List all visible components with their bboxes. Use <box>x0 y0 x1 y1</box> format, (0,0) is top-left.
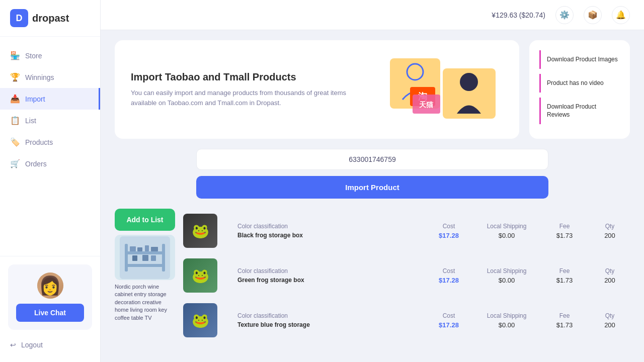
logout-icon: ↩ <box>10 341 16 349</box>
shipping-value-1: $0.00 <box>474 232 539 239</box>
shipping-header-3: Local Shipping <box>474 312 539 319</box>
shipping-header-2: Local Shipping <box>474 267 539 275</box>
svg-rect-7 <box>125 251 165 254</box>
qty-value-3: 200 <box>590 321 630 329</box>
svg-rect-8 <box>125 264 165 267</box>
side-panel-reviews-label: Download Product Reviews <box>547 103 620 120</box>
svg-rect-15 <box>132 255 137 261</box>
variant-image-2: 🐸 <box>183 258 217 293</box>
side-panel-item-images[interactable]: Download Product Images <box>539 50 620 69</box>
sidebar-item-winnings[interactable]: 🏆 Winnings <box>0 66 100 88</box>
product-title: Nordic porch wine cabinet entry storage … <box>115 283 175 322</box>
qty-cell-1: Qty 200 <box>590 223 630 239</box>
sidebar-item-list-label: List <box>25 117 36 125</box>
shipping-cell-2: Local Shipping $0.00 <box>474 267 539 284</box>
cost-cell-2: Cost $17.28 <box>424 267 474 284</box>
side-panel-item-video[interactable]: Product has no video <box>539 74 620 93</box>
avatar-image <box>37 273 63 299</box>
search-input-wrapper <box>196 149 548 170</box>
variant-info-1: Color classification Black frog storage … <box>233 223 424 239</box>
products-icon: 🏷️ <box>10 137 19 147</box>
table-row: 🐸 Color classification Black frog storag… <box>183 209 630 253</box>
variant-col-header-3: Color classification <box>237 312 424 319</box>
table-row: 🐸 Color classification Texture blue frog… <box>183 298 630 342</box>
settings-icon[interactable]: ⚙️ <box>555 6 574 24</box>
box-icon[interactable]: 📦 <box>584 6 602 24</box>
import-icon: 📥 <box>10 94 19 104</box>
add-to-list-button[interactable]: Add to List <box>115 209 175 231</box>
svg-rect-14 <box>151 247 158 251</box>
shipping-cell-1: Local Shipping $0.00 <box>474 223 539 239</box>
svg-rect-17 <box>151 255 156 261</box>
fee-cell-1: Fee $1.73 <box>539 223 590 239</box>
sidebar-item-products[interactable]: 🏷️ Products <box>0 131 100 153</box>
qty-header-2: Qty <box>590 267 630 275</box>
logout-button[interactable]: ↩ Logout <box>8 336 92 354</box>
banner-title: Import Taobao and Tmall Products <box>131 71 372 83</box>
sidebar-item-store-label: Store <box>25 52 42 60</box>
header: ¥129.63 ($20.74) ⚙️ 📦 🔔 <box>101 0 644 30</box>
shipping-value-2: $0.00 <box>474 277 539 284</box>
side-panel-item-reviews[interactable]: Download Product Reviews <box>539 98 620 125</box>
svg-rect-9 <box>125 244 128 272</box>
bell-icon[interactable]: 🔔 <box>612 6 630 24</box>
side-panel-images-label: Download Product Images <box>547 55 618 64</box>
fee-header-2: Fee <box>539 267 590 275</box>
avatar <box>37 273 63 299</box>
sidebar-item-store[interactable]: 🏪 Store <box>0 45 100 66</box>
banner-text: Import Taobao and Tmall Products You can… <box>131 71 372 108</box>
svg-rect-13 <box>145 245 149 251</box>
list-icon: 📋 <box>10 116 19 125</box>
variant-image-1: 🐸 <box>183 214 217 248</box>
sidebar-logo: D dropast <box>0 0 100 37</box>
banner-description: You can easily import and manage product… <box>131 88 372 108</box>
qty-cell-3: Qty 200 <box>590 312 630 329</box>
qty-value-2: 200 <box>590 277 630 284</box>
svg-text:天猫: 天猫 <box>419 101 434 109</box>
qty-header-1: Qty <box>590 223 630 230</box>
fee-header-1: Fee <box>539 223 590 230</box>
sidebar-bottom: Live Chat ↩ Logout <box>0 256 100 362</box>
variants-table: 🐸 Color classification Black frog storag… <box>183 209 630 342</box>
shipping-value-3: $0.00 <box>474 321 539 329</box>
sidebar-nav: 🏪 Store 🏆 Winnings 📥 Import 📋 List 🏷️ Pr… <box>0 37 100 256</box>
sidebar-item-orders[interactable]: 🛒 Orders <box>0 153 100 174</box>
content-area: Import Taobao and Tmall Products You can… <box>101 30 644 362</box>
fee-value-2: $1.73 <box>539 277 590 284</box>
logout-label: Logout <box>21 341 43 349</box>
sidebar-item-list[interactable]: 📋 List <box>0 110 100 131</box>
fee-value-1: $1.73 <box>539 232 590 239</box>
variant-frog-icon-3: 🐸 <box>192 312 209 329</box>
variant-label-1: Color classification <box>237 223 288 230</box>
sidebar-item-products-label: Products <box>25 138 53 146</box>
banner-illustration: 淘 天猫 <box>382 54 503 125</box>
sidebar-item-import-label: Import <box>25 95 45 103</box>
banner-svg: 淘 天猫 <box>382 54 503 125</box>
variant-image-3: 🐸 <box>183 303 217 337</box>
qty-cell-2: Qty 200 <box>590 267 630 284</box>
variant-col-header-1: Color classification <box>237 223 424 230</box>
cost-value-3: $17.28 <box>424 321 474 329</box>
variant-info-2: Color classification Green frog storage … <box>233 267 424 284</box>
import-product-button[interactable]: Import Product <box>196 176 548 199</box>
search-input[interactable] <box>196 149 548 170</box>
variant-frog-icon-2: 🐸 <box>192 267 209 284</box>
winnings-icon: 🏆 <box>10 72 19 82</box>
cost-value-2: $17.28 <box>424 277 474 284</box>
side-panel: Download Product Images Product has no v… <box>529 40 630 139</box>
fee-cell-2: Fee $1.73 <box>539 267 590 284</box>
store-icon: 🏪 <box>10 51 19 60</box>
variant-frog-icon-1: 🐸 <box>192 223 209 239</box>
table-row: 🐸 Color classification Green frog storag… <box>183 253 630 298</box>
cost-cell-1: Cost $17.28 <box>424 223 474 239</box>
svg-rect-16 <box>142 255 148 261</box>
cost-header-3: Cost <box>424 312 474 319</box>
orders-icon: 🛒 <box>10 159 19 168</box>
variant-name-2: Green frog storage box <box>237 277 424 284</box>
logo-icon: D <box>10 9 28 27</box>
sidebar-item-orders-label: Orders <box>25 160 47 168</box>
live-chat-button[interactable]: Live Chat <box>16 304 84 322</box>
product-thumb-svg <box>120 236 170 279</box>
variant-info-3: Color classification Texture blue frog s… <box>233 312 424 328</box>
sidebar-item-import[interactable]: 📥 Import <box>0 88 100 110</box>
